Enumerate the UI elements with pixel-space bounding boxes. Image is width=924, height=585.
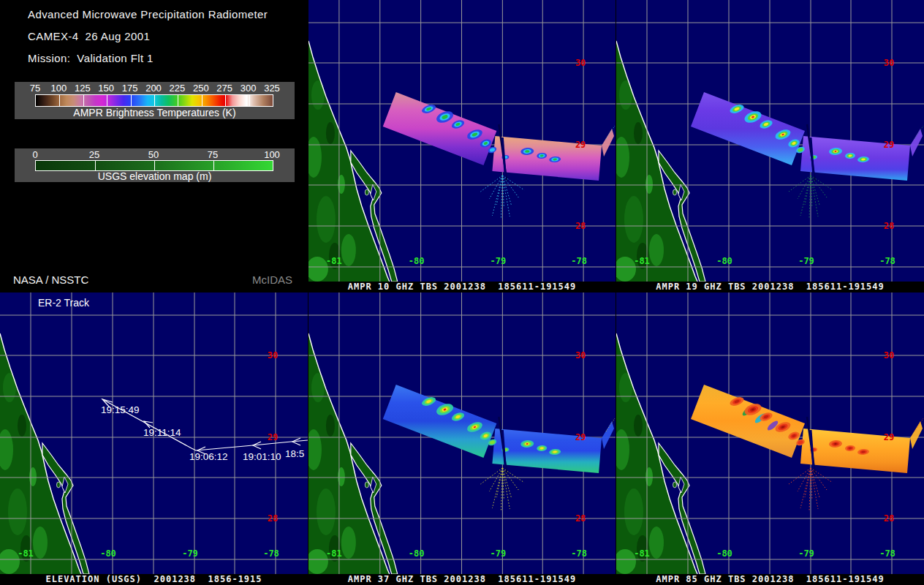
- latitude-label: 29: [268, 432, 278, 442]
- tick-label: 275: [216, 83, 232, 94]
- ampr-37ghz-map: 302928-81-80-79-78: [308, 292, 616, 574]
- panel-caption: AMPR 19 GHZ TBS 2001238 185611-191549: [616, 282, 924, 292]
- track-timestamp: 19:01:10: [243, 451, 281, 462]
- tb-colorbar: 75100125150175200225250275300325 AMPR Br…: [15, 82, 295, 119]
- longitude-label: -78: [571, 256, 587, 266]
- elevation-colorbar-ticks: 0255075100: [15, 149, 295, 159]
- longitude-label: -81: [634, 256, 650, 266]
- ampr-19ghz-map: 302928-81-80-79-78: [616, 0, 924, 282]
- tick-mark: [178, 95, 178, 106]
- tick-label: 175: [122, 83, 138, 94]
- longitude-label: -81: [18, 548, 34, 559]
- tick-label: 100: [264, 149, 280, 160]
- tick-label: 200: [145, 83, 162, 94]
- tick-mark: [202, 95, 202, 106]
- latitude-label: 28: [575, 221, 586, 231]
- longitude-label: -81: [634, 548, 650, 559]
- longitude-label: -80: [716, 548, 732, 559]
- latitude-label: 28: [575, 513, 586, 524]
- track-timestamp: 19:15:49: [101, 404, 140, 415]
- info-panel: Advanced Microwave Precipitation Radiome…: [0, 0, 308, 292]
- track-timestamp: 19:11:14: [143, 427, 181, 438]
- panel-ampr-19ghz: 302928-81-80-79-78 AMPR 19 GHZ TBS 20012…: [616, 0, 924, 292]
- panel-ampr-10ghz: 302928-81-80-79-78 AMPR 10 GHZ TBS 20012…: [308, 0, 616, 292]
- latitude-label: 30: [884, 350, 894, 361]
- panel-ampr-37ghz: 302928-81-80-79-78 AMPR 37 GHZ TBS 20012…: [308, 292, 616, 585]
- track-panel-label: ER-2 Track: [38, 297, 90, 309]
- longitude-label: -79: [491, 548, 507, 559]
- tick-mark: [83, 95, 84, 106]
- mcidas-credit: McIDAS: [252, 273, 292, 286]
- tick-mark: [59, 95, 60, 106]
- latitude-label: 30: [575, 58, 586, 68]
- campaign-date: CAMEX-4 26 Aug 2001: [28, 30, 150, 42]
- mission-name: Mission: Validation Flt 1: [28, 52, 154, 64]
- tick-label: 125: [75, 83, 91, 94]
- longitude-label: -79: [798, 256, 814, 266]
- tick-label: 300: [241, 83, 257, 94]
- panel-caption: AMPR 37 GHZ TBS 2001238 185611-191549: [308, 574, 616, 585]
- tick-label: 250: [193, 83, 209, 94]
- tick-label: 325: [264, 83, 280, 94]
- longitude-label: -79: [491, 256, 507, 266]
- tick-label: 25: [89, 149, 99, 160]
- panel-caption: AMPR 85 GHZ TBS 2001238 185611-191549: [616, 574, 924, 585]
- track-timestamp: 18:5: [285, 448, 304, 459]
- tick-mark: [225, 95, 226, 106]
- tick-label: 50: [148, 149, 159, 160]
- ampr-10ghz-map: 302928-81-80-79-78: [308, 0, 616, 282]
- longitude-label: -79: [798, 548, 814, 559]
- tick-mark: [154, 161, 155, 170]
- tick-mark: [95, 161, 96, 170]
- longitude-label: -80: [409, 256, 425, 266]
- track-timestamp: 19:06:12: [189, 451, 228, 462]
- tick-mark: [107, 95, 107, 106]
- longitude-label: -78: [263, 548, 279, 559]
- tick-mark: [213, 161, 214, 170]
- longitude-label: -79: [182, 548, 198, 559]
- longitude-label: -80: [716, 256, 732, 266]
- tick-label: 75: [30, 83, 40, 94]
- tick-label: 75: [208, 149, 218, 160]
- longitude-label: -81: [326, 256, 342, 266]
- latitude-label: 30: [575, 350, 586, 361]
- longitude-label: -78: [879, 548, 895, 559]
- tb-colorbar-label: AMPR Brightness Temperatures (K): [15, 107, 295, 118]
- tick-label: 150: [98, 83, 114, 94]
- panel-caption: ELEVATION (USGS) 2001238 1856-1915: [0, 574, 308, 585]
- latitude-label: 29: [884, 140, 894, 150]
- longitude-label: -78: [879, 256, 895, 266]
- tick-label: 0: [32, 149, 37, 160]
- elevation-colorbar-label: USGS elevation map (m): [15, 170, 295, 182]
- latitude-label: 29: [575, 140, 586, 150]
- longitude-label: -81: [326, 548, 342, 559]
- app-title: Advanced Microwave Precipitation Radiome…: [28, 8, 268, 20]
- ampr-85ghz-map: 302928-81-80-79-78: [616, 292, 924, 574]
- latitude-label: 28: [884, 221, 894, 231]
- tick-mark: [249, 95, 250, 106]
- latitude-label: 29: [575, 432, 586, 442]
- tick-label: 100: [51, 83, 67, 94]
- panel-er2-track: 19:15:4919:11:1419:06:1219:01:1018:5ER-2…: [0, 292, 308, 585]
- tick-mark: [131, 95, 132, 106]
- tb-colorbar-gradient: [35, 94, 273, 107]
- tick-mark: [154, 95, 155, 106]
- latitude-label: 28: [884, 513, 894, 524]
- longitude-label: -80: [409, 548, 425, 559]
- elevation-colorbar: 0255075100 USGS elevation map (m): [15, 148, 295, 182]
- latitude-label: 30: [268, 350, 278, 361]
- latitude-label: 30: [884, 58, 894, 68]
- elevation-colorbar-gradient: [35, 160, 273, 171]
- mcidas-display: Advanced Microwave Precipitation Radiome…: [0, 0, 924, 585]
- latitude-label: 29: [884, 432, 894, 442]
- panel-ampr-85ghz: 302928-81-80-79-78 AMPR 85 GHZ TBS 20012…: [616, 292, 924, 585]
- tb-colorbar-ticks: 75100125150175200225250275300325: [15, 83, 295, 93]
- er2-track-map: 19:15:4919:11:1419:06:1219:01:1018:5ER-2…: [0, 292, 308, 574]
- longitude-label: -78: [571, 548, 587, 559]
- latitude-label: 28: [268, 513, 278, 524]
- longitude-label: -80: [100, 548, 116, 559]
- tick-label: 225: [170, 83, 186, 94]
- panel-caption: AMPR 10 GHZ TBS 2001238 185611-191549: [308, 282, 616, 292]
- agency-credit: NASA / NSSTC: [13, 273, 88, 286]
